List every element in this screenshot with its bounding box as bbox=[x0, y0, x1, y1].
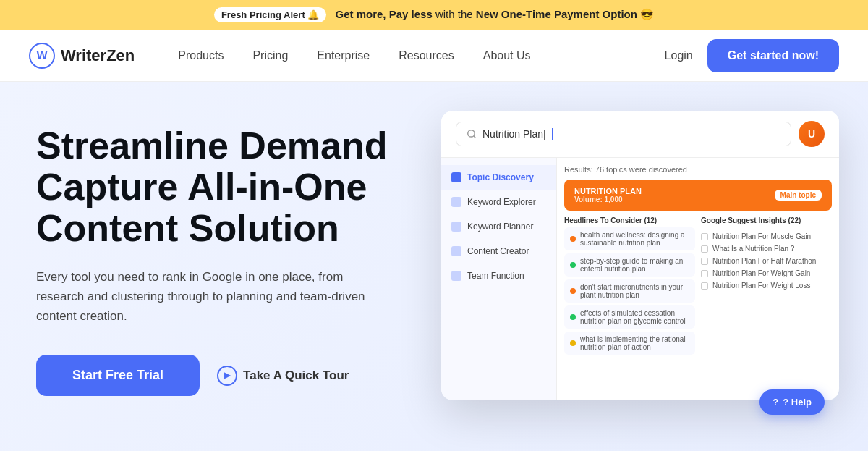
row-badge bbox=[570, 288, 576, 294]
hero-subtitle: Every tool you need to rank in Google in… bbox=[36, 267, 383, 326]
help-button[interactable]: ? ? Help bbox=[760, 389, 825, 415]
quick-tour-button[interactable]: ▶ Take A Quick Tour bbox=[217, 366, 349, 386]
search-icon bbox=[467, 129, 477, 139]
nutrition-card-title: NUTRITION PLAN bbox=[574, 187, 642, 195]
nutrition-card-badge: Main topic bbox=[775, 190, 822, 201]
get-started-button[interactable]: Get started now! bbox=[707, 39, 839, 72]
help-icon: ? bbox=[773, 397, 778, 408]
row-text: effects of simulated cessation nutrition… bbox=[580, 309, 689, 325]
search-input-mock[interactable]: Nutrition Plan| bbox=[456, 122, 791, 146]
row-text: health and wellness: designing a sustain… bbox=[580, 231, 689, 247]
suggest-text: Nutrition Plan For Weight Gain bbox=[712, 269, 810, 277]
nav-about-us[interactable]: About Us bbox=[483, 49, 531, 62]
nav-links: Products Pricing Enterprise Resources Ab… bbox=[178, 49, 664, 62]
keyword-explorer-icon bbox=[451, 197, 461, 207]
nav-enterprise[interactable]: Enterprise bbox=[317, 49, 370, 62]
hero-actions: Start Free Trial ▶ Take A Quick Tour bbox=[36, 355, 412, 396]
suggest-row: Nutrition Plan For Weight Gain bbox=[701, 267, 832, 279]
top-banner: Fresh Pricing Alert 🔔 Get more, Pay less… bbox=[0, 0, 868, 30]
play-icon: ▶ bbox=[217, 366, 237, 386]
suggest-check bbox=[701, 258, 708, 265]
sidebar-item-topic-discovery[interactable]: Topic Discovery bbox=[441, 165, 556, 190]
suggest-row: Nutrition Plan For Weight Loss bbox=[701, 279, 832, 292]
sidebar-item-label: Topic Discovery bbox=[467, 172, 534, 182]
hero-title: Streamline Demand Capture All-in-One Con… bbox=[36, 125, 412, 250]
headlines-title: Headlines To Consider (12) bbox=[564, 216, 695, 224]
logo[interactable]: W WriterZen bbox=[29, 43, 135, 69]
list-item: effects of simulated cessation nutrition… bbox=[564, 305, 695, 329]
search-cursor bbox=[552, 128, 553, 140]
row-text: don't start micronutrients in your plant… bbox=[580, 283, 689, 299]
suggest-row: Nutrition Plan For Half Marathon bbox=[701, 255, 832, 267]
suggest-check bbox=[701, 270, 708, 277]
nutrition-plan-card[interactable]: NUTRITION PLAN Volume: 1,000 Main topic bbox=[564, 180, 832, 211]
hero-right: Nutrition Plan| U Topic Discovery Keywor… bbox=[441, 111, 839, 437]
suggest-check bbox=[701, 245, 708, 253]
sidebar-item-keyword-explorer[interactable]: Keyword Explorer bbox=[441, 190, 556, 214]
suggest-col-title: Google Suggest Insights (22) bbox=[701, 216, 832, 224]
row-badge bbox=[570, 340, 576, 346]
nav-products[interactable]: Products bbox=[178, 49, 224, 62]
login-link[interactable]: Login bbox=[665, 49, 693, 62]
app-main-content: Results: 76 topics were discovered NUTRI… bbox=[557, 158, 839, 400]
suggest-check bbox=[701, 233, 708, 240]
headlines-col: Headlines To Consider (12) health and we… bbox=[564, 216, 695, 355]
google-suggest-col: Google Suggest Insights (22) Nutrition P… bbox=[701, 216, 832, 355]
sidebar-item-keyword-planner[interactable]: Keyword Planner bbox=[441, 214, 556, 239]
list-item: don't start micronutrients in your plant… bbox=[564, 279, 695, 303]
list-item: health and wellness: designing a sustain… bbox=[564, 227, 695, 250]
logo-icon: W bbox=[29, 43, 55, 69]
banner-main-text: Get more, Pay less bbox=[336, 8, 433, 20]
nav-pricing[interactable]: Pricing bbox=[252, 49, 288, 62]
banner-rest-text: with the bbox=[435, 8, 476, 20]
suggest-text: Nutrition Plan For Half Marathon bbox=[712, 257, 816, 265]
nutrition-card-info: NUTRITION PLAN Volume: 1,000 bbox=[574, 187, 642, 203]
content-header: Results: 76 topics were discovered bbox=[564, 165, 832, 174]
list-item: step-by-step guide to making an enteral … bbox=[564, 253, 695, 277]
banner-badge: Fresh Pricing Alert 🔔 bbox=[214, 7, 326, 22]
sidebar-item-label: Keyword Planner bbox=[467, 222, 533, 232]
search-text: Nutrition Plan| bbox=[482, 128, 546, 140]
sidebar-item-content-creator[interactable]: Content Creator bbox=[441, 239, 556, 264]
keyword-planner-icon bbox=[451, 222, 461, 232]
suggest-row: Nutrition Plan For Muscle Gain bbox=[701, 230, 832, 243]
row-badge bbox=[570, 314, 576, 320]
app-mockup: Nutrition Plan| U Topic Discovery Keywor… bbox=[441, 111, 839, 400]
tour-label: Take A Quick Tour bbox=[243, 368, 349, 383]
sidebar-item-label: Content Creator bbox=[467, 246, 529, 256]
row-badge bbox=[570, 236, 576, 242]
list-item: what is implementing the rational nutrit… bbox=[564, 332, 695, 355]
nav-resources[interactable]: Resources bbox=[399, 49, 454, 62]
two-col-layout: Headlines To Consider (12) health and we… bbox=[564, 216, 832, 355]
app-sidebar: Topic Discovery Keyword Explorer Keyword… bbox=[441, 158, 557, 400]
svg-point-0 bbox=[468, 130, 475, 137]
sidebar-item-team-function[interactable]: Team Function bbox=[441, 264, 556, 288]
help-label: ? Help bbox=[783, 397, 812, 408]
main-content: Streamline Demand Capture All-in-One Con… bbox=[0, 82, 868, 451]
nutrition-card-subtitle: Volume: 1,000 bbox=[574, 195, 642, 203]
google-suggest-list: Nutrition Plan For Muscle Gain What Is a… bbox=[701, 230, 832, 292]
row-badge bbox=[570, 262, 576, 268]
sidebar-item-label: Team Function bbox=[467, 271, 524, 281]
start-free-trial-button[interactable]: Start Free Trial bbox=[36, 355, 200, 396]
results-text: Results: 76 topics were discovered bbox=[564, 165, 687, 174]
logo-text: WriterZen bbox=[61, 46, 135, 65]
avatar: U bbox=[799, 121, 825, 147]
hero-left: Streamline Demand Capture All-in-One Con… bbox=[36, 111, 412, 437]
suggest-text: Nutrition Plan For Weight Loss bbox=[712, 282, 810, 290]
sidebar-item-label: Keyword Explorer bbox=[467, 197, 536, 207]
banner-highlight-text: New One-Time Payment Option 😎 bbox=[476, 8, 654, 20]
suggest-row: What Is a Nutrition Plan ? bbox=[701, 243, 832, 255]
app-search-bar: Nutrition Plan| U bbox=[441, 111, 839, 158]
suggest-text: What Is a Nutrition Plan ? bbox=[712, 245, 794, 253]
topic-discovery-icon bbox=[451, 172, 461, 182]
suggest-text: Nutrition Plan For Muscle Gain bbox=[712, 232, 811, 240]
content-creator-icon bbox=[451, 246, 461, 256]
navbar: W WriterZen Products Pricing Enterprise … bbox=[0, 30, 868, 82]
team-function-icon bbox=[451, 271, 461, 281]
nav-actions: Login Get started now! bbox=[665, 39, 839, 72]
row-text: what is implementing the rational nutrit… bbox=[580, 335, 689, 351]
row-text: step-by-step guide to making an enteral … bbox=[580, 257, 689, 273]
suggest-check bbox=[701, 282, 708, 290]
app-body: Topic Discovery Keyword Explorer Keyword… bbox=[441, 158, 839, 400]
